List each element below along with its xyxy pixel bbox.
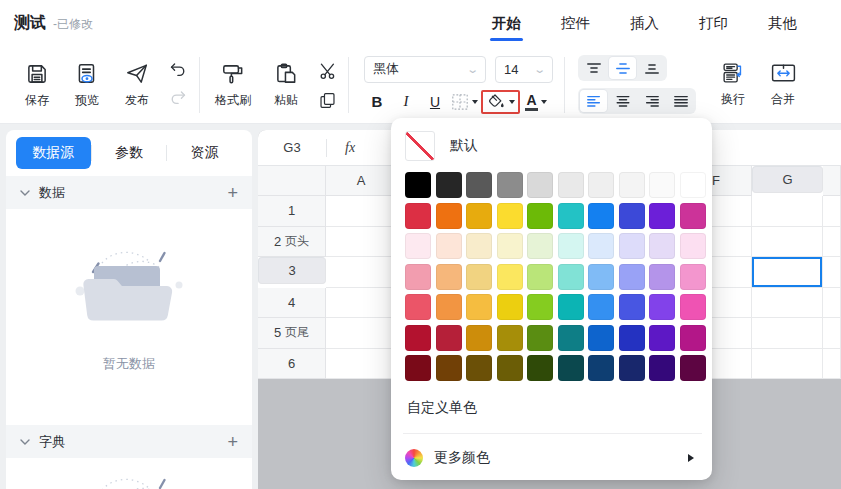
row-header-1[interactable]: 1 [258,196,326,227]
color-swatch-4-6[interactable] [588,294,614,320]
color-swatch-3-7[interactable] [619,264,645,290]
color-swatch-1-2[interactable] [466,203,492,229]
column-header-partial[interactable] [823,166,841,196]
color-swatch-5-1[interactable] [436,325,462,351]
color-swatch-4-5[interactable] [558,294,584,320]
data-section-header[interactable]: 数据 + [6,176,252,209]
cell-A2[interactable] [326,227,397,258]
color-swatch-6-5[interactable] [558,355,584,381]
color-swatch-3-4[interactable] [527,264,553,290]
align-bottom-button[interactable] [638,57,665,79]
color-swatch-0-5[interactable] [558,172,584,198]
row-header-3[interactable]: 3 [258,257,326,284]
add-data-button[interactable]: + [227,184,238,202]
color-swatch-0-6[interactable] [588,172,614,198]
color-swatch-1-3[interactable] [497,203,523,229]
custom-color-label[interactable]: 自定义单色 [407,399,698,417]
color-swatch-1-1[interactable] [436,203,462,229]
row-header-4[interactable]: 4 [258,288,326,319]
color-swatch-4-1[interactable] [436,294,462,320]
color-swatch-6-2[interactable] [466,355,492,381]
color-swatch-3-6[interactable] [588,264,614,290]
merge-cells-button[interactable]: 合并 [758,61,808,108]
cell-name-box[interactable]: G3 [258,140,326,155]
dictionary-section-header[interactable]: 字典 + [6,425,252,458]
color-swatch-3-8[interactable] [649,264,675,290]
color-swatch-4-9[interactable] [680,294,706,320]
color-swatch-1-8[interactable] [649,203,675,229]
align-center-button[interactable] [609,90,636,112]
undo-icon[interactable] [167,62,189,80]
color-swatch-1-6[interactable] [588,203,614,229]
color-swatch-0-0[interactable] [405,172,431,198]
cell-A6[interactable] [326,349,397,380]
color-swatch-3-1[interactable] [436,264,462,290]
color-swatch-5-2[interactable] [466,325,492,351]
color-swatch-4-4[interactable] [527,294,553,320]
color-swatch-5-3[interactable] [497,325,523,351]
color-swatch-2-1[interactable] [436,233,462,259]
cell-G3[interactable] [752,257,823,288]
ribbon-tab-insert[interactable]: 插入 [628,0,661,46]
color-swatch-4-0[interactable] [405,294,431,320]
publish-button[interactable]: 发布 [112,61,162,109]
cell-partial-1[interactable] [823,196,841,227]
cell-G1[interactable] [752,196,823,227]
color-swatch-2-5[interactable] [558,233,584,259]
color-swatch-5-6[interactable] [588,325,614,351]
color-swatch-3-3[interactable] [497,264,523,290]
cell-G6[interactable] [752,349,823,380]
color-swatch-6-1[interactable] [436,355,462,381]
align-top-button[interactable] [580,57,607,79]
color-swatch-0-1[interactable] [436,172,462,198]
sidebar-tab-resources[interactable]: 资源 [167,137,242,169]
format-painter-button[interactable]: 格式刷 [205,61,261,109]
color-swatch-2-9[interactable] [680,233,706,259]
cell-partial-3[interactable] [823,257,841,288]
align-middle-button[interactable] [609,57,636,79]
row-header-2[interactable]: 2页头 [258,227,326,258]
save-button[interactable]: 保存 [12,61,62,109]
color-swatch-3-2[interactable] [466,264,492,290]
cell-partial-5[interactable] [823,318,841,349]
color-swatch-3-5[interactable] [558,264,584,290]
color-swatch-1-5[interactable] [558,203,584,229]
color-swatch-2-8[interactable] [649,233,675,259]
color-swatch-1-4[interactable] [527,203,553,229]
fill-color-button[interactable] [481,90,520,114]
color-swatch-1-7[interactable] [619,203,645,229]
color-swatch-4-7[interactable] [619,294,645,320]
cell-A5[interactable] [326,318,397,349]
ribbon-tab-home[interactable]: 开始 [490,0,523,46]
ribbon-tab-widget[interactable]: 控件 [559,0,592,46]
color-swatch-2-4[interactable] [527,233,553,259]
cell-G4[interactable] [752,288,823,319]
color-swatch-0-3[interactable] [497,172,523,198]
color-swatch-5-5[interactable] [558,325,584,351]
row-header-6[interactable]: 6 [258,349,326,380]
color-swatch-5-4[interactable] [527,325,553,351]
corner-cell[interactable] [258,166,326,196]
bold-button[interactable]: B [364,90,390,114]
cell-A1[interactable] [326,196,397,227]
color-swatch-6-9[interactable] [680,355,706,381]
font-size-select[interactable]: 14 ⌄ [495,56,553,83]
border-button[interactable] [451,90,478,114]
italic-button[interactable]: I [393,90,419,114]
default-color-option[interactable]: 默认 [405,130,700,162]
color-swatch-6-7[interactable] [619,355,645,381]
preview-button[interactable]: 预览 [62,61,112,109]
cell-A3[interactable] [326,257,397,288]
color-swatch-4-3[interactable] [497,294,523,320]
color-swatch-6-8[interactable] [649,355,675,381]
color-swatch-5-8[interactable] [649,325,675,351]
color-swatch-5-9[interactable] [680,325,706,351]
align-left-button[interactable] [580,90,607,112]
color-swatch-6-0[interactable] [405,355,431,381]
column-header-A[interactable]: A [326,166,397,196]
cell-A4[interactable] [326,288,397,319]
fx-button[interactable]: fx [345,140,355,156]
color-swatch-6-6[interactable] [588,355,614,381]
color-swatch-0-4[interactable] [527,172,553,198]
color-swatch-1-0[interactable] [405,203,431,229]
